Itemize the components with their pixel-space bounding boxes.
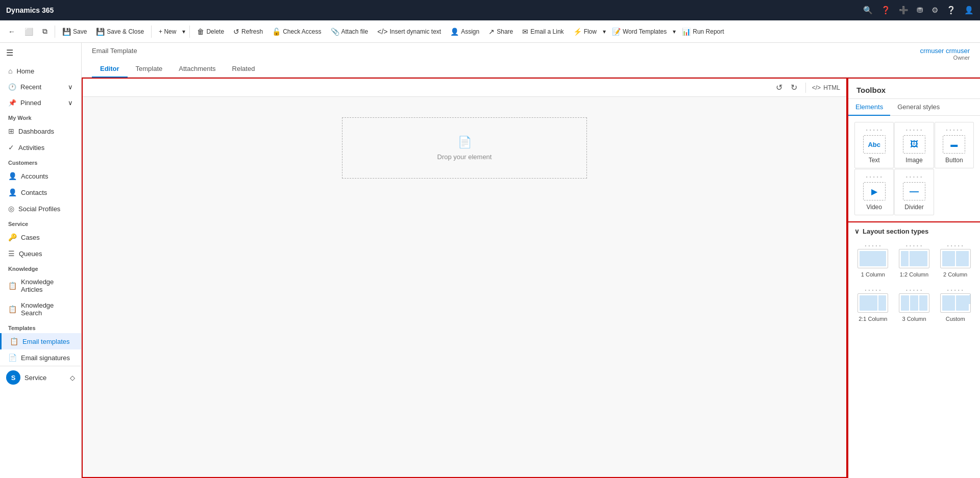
element-button[interactable]: • • • • • ▬ Button [935,122,974,168]
text-label: Text [869,157,880,164]
user-icon[interactable]: 👤 [964,6,974,15]
owner-name[interactable]: crmuser crmuser [920,47,970,55]
element-text[interactable]: • • • • • Abc Text [854,122,894,168]
refresh-button[interactable]: ↺ Refresh [229,26,267,38]
element-image[interactable]: • • • • • 🖼 Image [894,122,934,168]
sidebar-bottom-chevron: ◇ [70,374,75,382]
sidebar-item-recent[interactable]: 🕐 Recent ∨ [0,79,81,95]
run-report-button[interactable]: 📊 Run Report [678,26,728,38]
layout-2-1col-dots: • • • • • [865,288,881,292]
redo-button[interactable]: ↻ [789,82,799,93]
canvas-body[interactable]: 📄 Drop your element [83,97,846,301]
contacts-label: Contacts [21,189,47,196]
gear-icon[interactable]: ⚙ [932,6,938,15]
assign-button[interactable]: 👤 Assign [446,26,483,38]
new-label: + New [159,28,176,35]
tab-attachments[interactable]: Attachments [170,61,224,78]
layout-custom-label: Custom [946,316,965,322]
layout-section-header[interactable]: ∨ Layout section types [854,228,974,235]
sidebar-item-home[interactable]: ⌂ Home [0,63,81,79]
insert-icon: </> [377,28,387,36]
layout-2-1col[interactable]: • • • • • 2:1 Column [854,285,892,325]
attach-file-button[interactable]: 📎 Attach file [327,26,373,38]
sidebar-item-dashboards[interactable]: ⊞ Dashboards [0,123,81,139]
layout-3col-col1 [901,295,909,311]
drop-zone[interactable]: 📄 Drop your element [342,117,587,179]
run-report-label: Run Report [693,28,724,35]
tab-related[interactable]: Related [224,61,263,78]
app-brand: Dynamics 365 [6,6,54,14]
video-label: Video [866,204,881,211]
layout-1col-dots: • • • • • [865,243,881,248]
layout-3col[interactable]: • • • • • 3 Column [896,285,933,325]
button-label: Button [945,157,963,164]
flow-button[interactable]: ⚡ Flow [569,26,601,38]
copy-button[interactable]: ⧉ [38,25,52,38]
page-button[interactable]: ⬜ [20,26,37,38]
sidebar-item-pinned[interactable]: 📌 Pinned ∨ [0,95,81,111]
layout-2col[interactable]: • • • • • 2 Column [937,240,974,281]
new-button[interactable]: + New [155,26,180,37]
delete-label: Delete [206,28,224,35]
tab-editor[interactable]: Editor [92,61,128,78]
owner-info: crmuser crmuser Owner [920,47,970,61]
email-link-button[interactable]: ✉ Email a Link [518,26,568,38]
toolbox-tab-elements[interactable]: Elements [848,99,890,116]
sidebar-item-knowledge-search[interactable]: 📋 Knowledge Search [0,297,81,321]
text-dots: • • • • • [866,128,883,132]
tab-template[interactable]: Template [128,61,171,78]
save-button[interactable]: 💾 Save [58,26,91,38]
plus-icon[interactable]: ➕ [899,6,909,15]
cases-icon: 🔑 [8,233,17,241]
sidebar-item-cases[interactable]: 🔑 Cases [0,229,81,245]
save-close-icon: 💾 [96,28,105,36]
button-icon: ▬ [950,140,958,148]
accounts-icon: 👤 [8,172,17,180]
sidebar-item-social-profiles[interactable]: ◎ Social Profiles [0,200,81,217]
save-close-button[interactable]: 💾 Save & Close [92,26,148,38]
layout-1col[interactable]: • • • • • 1 Column [854,240,892,281]
element-divider[interactable]: • • • • • — Divider [894,169,934,215]
text-icon-box: Abc [863,135,886,154]
delete-button[interactable]: 🗑 Delete [193,26,228,38]
html-button[interactable]: </> HTML [812,84,840,91]
knowledge-articles-label: Knowledge Articles [21,278,73,293]
share-button[interactable]: ↗ Share [484,26,517,38]
toolbox-tab-general-styles[interactable]: General styles [890,99,947,116]
search-icon[interactable]: 🔍 [863,6,873,15]
help-icon[interactable]: ❔ [946,6,956,15]
check-access-button[interactable]: 🔓 Check Access [268,26,325,38]
element-video[interactable]: • • • • • ▶ Video [854,169,894,215]
layout-2-1col-label: 2:1 Column [859,316,887,322]
word-templates-button[interactable]: 📝 Word Templates [608,26,671,38]
new-dropdown[interactable]: ▾ [181,26,186,37]
image-icon: 🖼 [910,140,918,149]
sidebar-item-email-templates[interactable]: 📋 Email templates [0,333,81,349]
layout-1-2col[interactable]: • • • • • 1:2 Column [896,240,933,281]
sidebar-item-contacts[interactable]: 👤 Contacts [0,184,81,200]
image-label: Image [905,157,922,164]
sidebar-item-queues[interactable]: ☰ Queues [0,245,81,262]
question-icon[interactable]: ❓ [881,6,891,15]
layout-3col-preview [899,293,929,313]
sidebar-item-email-signatures[interactable]: 📄 Email signatures [0,349,81,366]
hamburger-button[interactable]: ☰ [0,43,81,63]
save-icon: 💾 [62,28,71,36]
share-icon: ↗ [488,28,495,36]
undo-button[interactable]: ↺ [774,82,785,93]
layout-custom[interactable]: • • • • • Custom [937,285,974,325]
check-access-icon: 🔓 [272,28,281,36]
sidebar-item-accounts[interactable]: 👤 Accounts [0,168,81,184]
toolbar: ← ⬜ ⧉ 💾 Save 💾 Save & Close + New ▾ 🗑 De… [0,20,980,43]
button-icon-box: ▬ [943,135,965,154]
layout-3col-col3 [919,295,927,311]
sidebar-bottom[interactable]: S Service ◇ [0,366,81,389]
insert-dynamic-button[interactable]: </> Insert dynamic text [373,26,445,38]
sidebar-item-activities[interactable]: ✓ Activities [0,139,81,156]
word-dropdown[interactable]: ▾ [672,26,677,37]
flow-dropdown[interactable]: ▾ [602,26,607,37]
sep1 [55,26,55,38]
back-button[interactable]: ← [4,26,19,38]
sidebar-item-knowledge-articles[interactable]: 📋 Knowledge Articles [0,274,81,297]
filter-icon[interactable]: ⛃ [917,6,923,15]
